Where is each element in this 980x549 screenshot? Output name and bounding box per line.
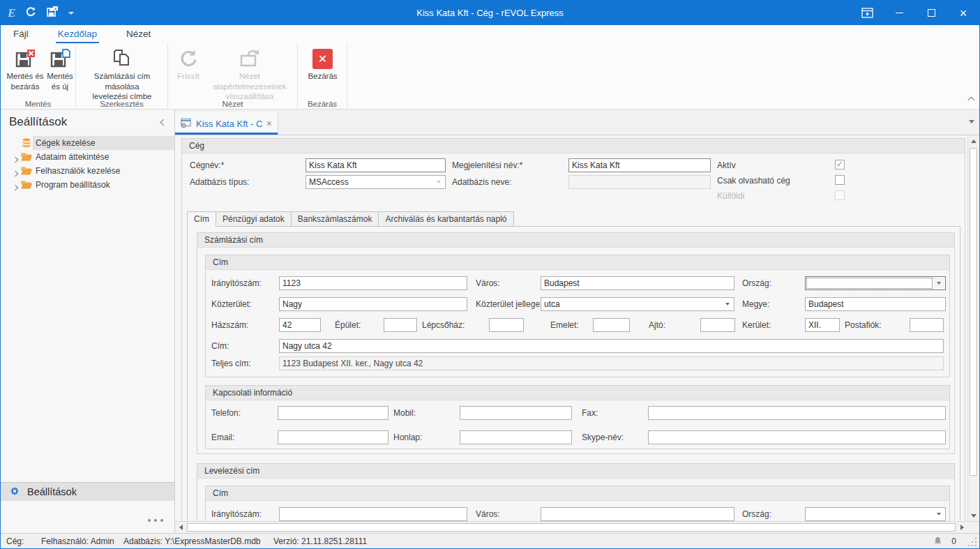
resize-grip-icon[interactable] [968,538,977,546]
refresh-button[interactable]: Frissít [172,46,204,82]
telefon-label: Telefon: [211,408,241,418]
hazszam-label: Házszám: [211,320,248,330]
orszag-combo[interactable] [805,276,946,290]
expand-chevron-icon[interactable] [13,154,17,164]
emelet-input[interactable] [593,318,630,332]
horizontal-scrollbar[interactable] [175,521,979,533]
kulfoldi-checkbox[interactable] [835,190,845,200]
subtab-archivalas-naplo[interactable]: Archiválás és karbantartás napló [379,211,513,227]
cegnev-input[interactable] [306,158,446,172]
save-close-quick-icon[interactable]: x [46,6,59,20]
megjelenitesi-nev-input[interactable] [568,158,711,172]
close-window-button[interactable]: × [947,1,979,25]
bell-icon[interactable] [933,536,943,548]
scroll-up-button[interactable] [968,135,979,146]
scroll-down-button[interactable] [968,510,979,521]
window-title: Kiss Kata Kft - Cég - rEVOL Express [1,8,979,18]
epulet-input[interactable] [384,318,417,332]
aktiv-label: Aktív [717,160,736,170]
megye-input[interactable] [805,297,946,311]
scroll-left-button[interactable] [175,522,186,533]
status-database: Adatbázis: Y:\ExpressMasterDB.mdb [123,536,261,546]
sidebar-collapse-button[interactable] [161,117,166,127]
postafiok-input[interactable] [910,318,944,332]
minimize-icon [896,13,903,13]
tree-item-program-beallitasok[interactable]: Program beállítások [1,178,174,192]
maximize-button[interactable] [915,1,947,25]
document-tab-active[interactable]: Kiss Kata Kft - Cég × [175,112,278,135]
tree-item-adataim[interactable]: Adataim áttekintése [1,150,174,164]
overflow-menu-icon[interactable] [148,519,163,522]
kerulet-input[interactable] [805,318,840,332]
telefon-input[interactable] [278,406,389,420]
horizontal-scrollbar-thumb[interactable] [187,523,956,532]
adatbazis-neve-input[interactable] [568,175,711,189]
group-szamlazasi-cim-inner: Cím Irányítószám: Város: Ország: [205,255,950,377]
ajto-input[interactable] [700,318,735,332]
lev-varos-input[interactable] [541,507,734,521]
ribbon-display-options-button[interactable] [851,1,883,25]
qat-customize-caret-icon[interactable] [68,12,74,15]
ribbon-tab-fajl[interactable]: Fájl [11,26,31,43]
refresh-icon[interactable] [25,6,36,20]
form-document-icon [181,118,192,130]
hazszam-input[interactable] [279,318,321,332]
ribbon-tab-kezdolap[interactable]: Kezdőlap [56,26,99,43]
tree-item-cegek-kezelese[interactable]: Cégek kezelése [1,136,174,150]
close-form-button[interactable]: ✕ Bezárás [303,46,342,82]
expand-chevron-icon[interactable] [13,168,17,178]
document-tab-label: Kiss Kata Kft - Cég [196,119,262,129]
megye-label: Megye: [742,299,769,309]
subtab-bankszamlaszamok[interactable]: Bankszámlaszámok [292,211,379,227]
skype-input[interactable] [648,430,946,444]
honlap-input[interactable] [460,430,572,444]
lev-orszag-combo[interactable] [805,507,946,521]
scroll-right-button[interactable] [956,522,967,533]
subtab-cim[interactable]: Cím [187,211,216,227]
mobil-input[interactable] [460,406,572,420]
folder-icon [21,179,32,192]
reset-view-defaults-button[interactable]: Nézet alapértelmezéseinekvisszaállítása [204,46,295,102]
sidebar-title: Beállítások [9,115,161,129]
group-levelezesi-title: Levelezési cím [197,464,954,479]
kozterulet-jellege-value: utca [544,299,560,309]
subtab-penzugyi-adatok[interactable]: Pénzügyi adatok [216,211,292,227]
copy-billing-address-button[interactable]: Számlázási cím másolásalevelezési címbe [79,46,165,102]
group-levelezesi-cim-title: Cím [206,486,949,501]
lev-iranyitoszam-input[interactable] [279,507,467,521]
adatbazis-tipus-label: Adatbázis típus: [190,177,249,187]
kozterulet-jellege-combo[interactable]: utca [541,297,734,311]
kozterulet-jellege-label: Közterület jellege: [476,299,542,309]
aktiv-checkbox[interactable] [835,160,845,170]
email-input[interactable] [278,430,389,444]
adatbazis-tipus-combo[interactable]: MSAccess [306,175,446,189]
iranyitoszam-input[interactable] [279,276,467,290]
ribbon-tab-nezet[interactable]: Nézet [124,26,153,43]
minimize-button[interactable] [883,1,915,25]
csak-olvashato-checkbox[interactable] [835,175,845,185]
lepcsohaz-input[interactable] [489,318,524,332]
vertical-scrollbar-thumb[interactable] [970,148,977,476]
teljes-cim-input[interactable] [279,356,944,370]
postafiok-label: Postafiók: [845,320,882,330]
vertical-scrollbar[interactable] [967,135,979,521]
tree-item-felhasznalok[interactable]: Felhasználók kezelése [1,164,174,178]
ribbon-group-label-bezaras: Bezárás [298,100,347,108]
cim-input[interactable] [279,339,944,353]
expand-chevron-icon[interactable] [13,182,17,192]
sidebar-footer-beallitasok[interactable]: Beállítások [1,482,174,501]
group-ceg-title: Cég [182,139,965,153]
kozterulet-input[interactable] [279,297,467,311]
varos-input[interactable] [541,276,734,290]
lev-orszag-label: Ország: [742,509,771,519]
tab-close-icon[interactable]: × [266,119,272,128]
save-and-close-button[interactable]: Mentés ésbezárás [5,46,45,91]
ribbon-collapse-button[interactable] [969,95,974,105]
save-and-new-button[interactable]: Mentésés új [45,46,75,91]
tree-item-label: Cégek kezelése [36,138,95,148]
app-logo-icon: E [8,6,15,20]
tree-item-label: Felhasználók kezelése [36,166,120,176]
tab-list-dropdown-icon[interactable] [969,120,974,123]
fax-input[interactable] [648,406,946,420]
app-window: E x Kiss Kata Kft - Cég - rEVOL Express … [0,0,980,549]
